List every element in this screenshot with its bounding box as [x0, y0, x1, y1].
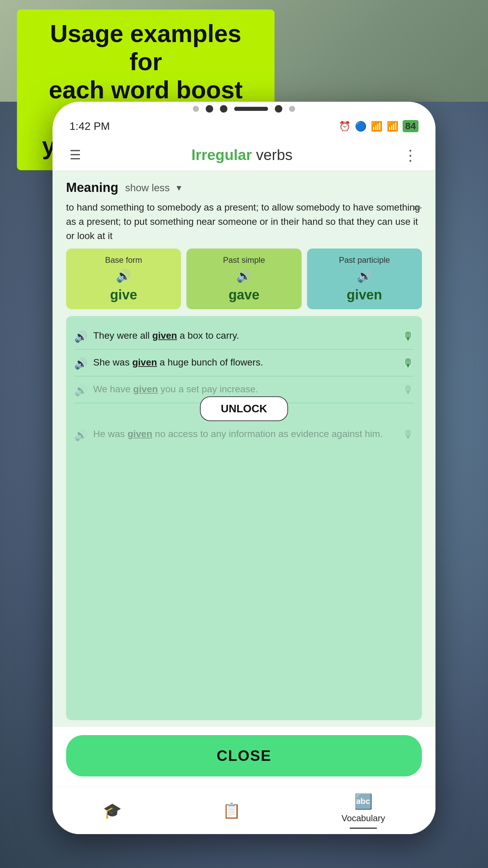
show-less-toggle[interactable]: show less — [125, 182, 170, 194]
close-button-wrap: CLOSE — [53, 727, 435, 787]
nav-underline — [350, 828, 377, 829]
ex3-mic-icon: 🎙 — [403, 384, 414, 396]
status-icons: ⏰ 🔵 📶 📶 84 — [339, 120, 419, 132]
ex4-highlight: given — [127, 429, 152, 439]
past-participle-label: Past participle — [339, 255, 390, 265]
ex3-highlight: given — [133, 384, 158, 394]
more-icon[interactable]: ⋮ — [403, 146, 419, 164]
dot-5 — [289, 106, 295, 112]
meaning-label: Meaning — [66, 180, 118, 195]
nav-item-learn[interactable]: 🎓 — [103, 802, 122, 820]
past-simple-word: gave — [228, 287, 259, 302]
verb-form-past-participle: Past participle 🔊 given — [307, 249, 422, 309]
status-bar: 1:42 PM ⏰ 🔵 📶 📶 84 — [53, 113, 435, 140]
close-button[interactable]: CLOSE — [66, 735, 422, 776]
dot-4 — [275, 105, 282, 113]
dot-2 — [206, 105, 213, 113]
past-simple-label: Past simple — [223, 255, 265, 265]
past-simple-speaker-icon[interactable]: 🔊 — [236, 269, 251, 283]
past-participle-speaker-icon[interactable]: 🔊 — [357, 269, 372, 283]
verb-form-past-simple: Past simple 🔊 gave — [186, 249, 301, 309]
nav-item-vocabulary[interactable]: 🔤 Vocabulary — [342, 793, 385, 829]
base-form-word: give — [110, 287, 137, 302]
app-title: Irregular verbs — [191, 146, 292, 163]
status-time: 1:42 PM — [69, 120, 110, 133]
ex1-text: They were all given a box to carry. — [93, 329, 398, 343]
ex3-speaker-icon: 🔊 — [74, 384, 88, 397]
app-title-green: Irregular — [191, 146, 252, 163]
unlock-overlay: UNLOCK — [74, 396, 414, 421]
battery-badge: 84 — [403, 120, 419, 132]
learn-icon: 🎓 — [103, 802, 122, 820]
bluetooth-icon: 🔵 — [355, 121, 367, 132]
verb-form-base: Base form 🔊 give — [66, 249, 181, 309]
ex2-mic-icon[interactable]: 🎙 — [403, 357, 414, 370]
ex2-speaker-icon[interactable]: 🔊 — [74, 357, 88, 370]
dot-pill — [234, 107, 268, 111]
menu-icon[interactable]: ☰ — [69, 147, 81, 162]
vocabulary-icon: 🔤 — [354, 793, 373, 810]
edit-icon[interactable]: ✏ — [413, 200, 422, 216]
ex2-highlight: given — [132, 357, 157, 368]
phone-mockup: 1:42 PM ⏰ 🔵 📶 📶 84 ☰ Irregular verbs ⋮ M… — [53, 102, 435, 834]
examples-area: 🔊 They were all given a box to carry. 🎙 … — [66, 316, 422, 720]
ex4-mic-icon: 🎙 — [403, 429, 414, 441]
dots-row — [53, 102, 435, 113]
wifi-icon: 📶 — [387, 121, 399, 132]
past-participle-word: given — [347, 287, 382, 302]
example-row-1: 🔊 They were all given a box to carry. 🎙 — [74, 323, 414, 350]
ex4-text: He was given no access to any informatio… — [93, 427, 398, 441]
bottom-nav: 🎓 📋 🔤 Vocabulary — [53, 787, 435, 834]
ex1-highlight: given — [152, 330, 177, 341]
meaning-header: Meaning show less ▾ — [66, 180, 422, 195]
app-bar: ☰ Irregular verbs ⋮ — [53, 140, 435, 170]
vocabulary-label: Vocabulary — [342, 813, 385, 824]
example-row-2: 🔊 She was given a huge bunch of flowers.… — [74, 350, 414, 376]
nav-item-quiz[interactable]: 📋 — [222, 802, 241, 820]
base-speaker-icon[interactable]: 🔊 — [116, 269, 131, 283]
example-row-4: 🔊 He was given no access to any informat… — [74, 421, 414, 448]
chevron-down-icon[interactable]: ▾ — [177, 182, 181, 193]
main-card: Meaning show less ▾ to hand something to… — [66, 180, 422, 720]
dot-3 — [220, 105, 227, 113]
unlock-button[interactable]: UNLOCK — [200, 396, 288, 421]
content-area: Meaning show less ▾ to hand something to… — [53, 170, 435, 727]
ex4-speaker-icon: 🔊 — [74, 429, 88, 441]
dot-1 — [193, 106, 199, 112]
signal-icon: 📶 — [371, 121, 383, 132]
alarm-icon: ⏰ — [339, 121, 351, 132]
ex1-speaker-icon[interactable]: 🔊 — [74, 330, 88, 343]
quiz-icon: 📋 — [222, 802, 241, 820]
ex1-mic-icon[interactable]: 🎙 — [403, 330, 414, 343]
ex3-text: We have given you a set pay increase. — [93, 382, 398, 396]
ex2-text: She was given a huge bunch of flowers. — [93, 356, 398, 370]
app-title-rest: verbs — [252, 146, 292, 163]
base-form-label: Base form — [105, 255, 142, 265]
meaning-text: to hand something to somebody as a prese… — [66, 200, 422, 243]
verb-forms: Base form 🔊 give Past simple 🔊 gave Past… — [66, 249, 422, 309]
